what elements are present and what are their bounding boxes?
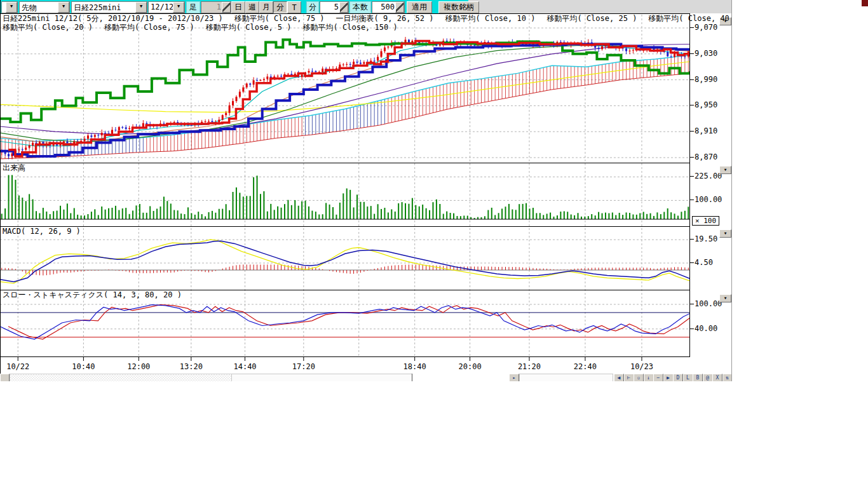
period-month-button[interactable]: 月: [259, 1, 273, 13]
bottom-tool-button-1[interactable]: ⊢: [624, 374, 634, 381]
price-axis-label: 8,950: [695, 101, 717, 109]
bottom-tool-button-2[interactable]: ▫: [634, 374, 644, 381]
legend-item: 移動平均( Close, 75 ): [104, 24, 194, 32]
chevron-down-icon[interactable]: ▼: [135, 2, 147, 13]
volume-axis-tick: [690, 200, 694, 200]
legend-item: 移動平均( Close, 150 ): [303, 24, 398, 32]
price-axis-tick: [690, 157, 694, 158]
chevron-down-icon[interactable]: ▼: [6, 2, 17, 13]
bottom-tool-button-8[interactable]: B: [693, 374, 703, 381]
spin-button-icon[interactable]: [395, 2, 404, 13]
price-axis-label: 8,910: [695, 127, 717, 135]
volume-panel-label: 出来高: [3, 164, 25, 172]
bottom-tool-button-7[interactable]: L: [683, 374, 693, 381]
period-tick-button[interactable]: T: [287, 1, 301, 13]
desktop: ▼ 先物 ▼ 日経225mini ▼ 12/12 ▼ 足 1 日 週 月 分 T…: [0, 0, 868, 488]
bar-interval-spinner[interactable]: 1: [201, 1, 231, 13]
legend-item: 移動平均( Close, 40 ): [648, 15, 733, 23]
bottom-tool-button-9[interactable]: @: [703, 374, 713, 381]
bottom-tool-button-10[interactable]: X: [712, 374, 722, 381]
spin-button-icon[interactable]: [339, 2, 348, 13]
legend-item: 移動平均( Close, 5 ): [206, 24, 292, 32]
time-axis-label: 17:20: [292, 362, 315, 371]
stoch-axis-label: 40.00: [695, 325, 717, 332]
price-axis-tick: [690, 27, 694, 28]
scroll-right-button[interactable]: ▸: [509, 374, 519, 381]
time-axis-label: 20:00: [459, 362, 482, 371]
price-axis-label: 8,990: [695, 76, 717, 83]
stoch-axis-menu-button[interactable]: ▼: [719, 294, 731, 302]
period-minute-button[interactable]: 分: [273, 1, 287, 13]
price-axis-label: 9,070: [695, 24, 717, 31]
macd-axis-menu-button[interactable]: ▼: [719, 229, 731, 238]
macd-axis-tick: [690, 262, 694, 263]
scrollbar-thumb[interactable]: [10, 374, 232, 381]
chevron-down-icon[interactable]: ▼: [173, 2, 184, 13]
chart-canvas[interactable]: 10/2210:4012:0013:2014:4017:2018:4020:00…: [0, 13, 690, 374]
bottom-tool-button-6[interactable]: D: [673, 374, 683, 381]
legend-item: 一目均衡表( 9, 26, 52 ): [336, 15, 434, 23]
time-axis-label: 22:40: [574, 362, 597, 371]
minute-label: 分: [306, 1, 319, 13]
volume-axis-menu-button[interactable]: ▼: [719, 166, 731, 174]
contract-value: 12/12: [151, 3, 173, 11]
scrollbar-track[interactable]: [231, 374, 412, 381]
bar-interval-value: 1: [217, 3, 221, 11]
bar-count-value: 500: [381, 3, 395, 11]
legend-item: 移動平均( Close, 10 ): [445, 15, 536, 23]
legend-item: 移動平均( Close, 25 ): [546, 15, 637, 23]
bottom-tool-button-4[interactable]: −: [653, 374, 663, 381]
apply-button[interactable]: 適用: [407, 1, 432, 13]
minute-spinner[interactable]: 5: [320, 1, 349, 13]
scroll-left-button[interactable]: [0, 374, 10, 381]
symbol-combobox[interactable]: 日経225mini ▼: [71, 1, 147, 13]
macd-axis-label: 4.50: [695, 259, 713, 266]
volume-axis-label: 100.00: [695, 196, 722, 203]
time-axis-label: 18:40: [403, 362, 426, 371]
stoch-axis-label: 100.00: [695, 300, 722, 308]
bottom-scrollbar-strip: ▸ ◀⊢▫↓−▶DLB@X⇅: [0, 374, 732, 381]
secondary-scrollbar-track[interactable]: [519, 374, 613, 381]
symbol-value: 日経225mini: [74, 3, 121, 13]
time-axis-label: 12:00: [127, 362, 150, 371]
price-axis-tick: [690, 131, 694, 132]
volume-multiplier-box: × 100: [692, 216, 719, 226]
period-week-button[interactable]: 週: [245, 1, 259, 13]
contract-month-combobox[interactable]: 12/12 ▼: [148, 1, 185, 13]
category-combobox[interactable]: 先物 ▼: [19, 1, 70, 13]
window-left-border: [0, 0, 1, 374]
volume-axis-label: 225.00: [695, 172, 722, 180]
bottom-tool-button-0[interactable]: ◀: [614, 374, 624, 381]
chart-application-window: ▼ 先物 ▼ 日経225mini ▼ 12/12 ▼ 足 1 日 週 月 分 T…: [0, 0, 733, 381]
price-axis-label: 8,870: [695, 153, 717, 161]
stoch-axis-tick: [690, 304, 694, 304]
time-axis-label: 10:40: [72, 362, 95, 371]
time-axis-label: 14:40: [233, 362, 256, 371]
bar-type-label: 足: [186, 1, 200, 13]
minute-value: 5: [334, 3, 339, 11]
legend-item: 移動平均( Close, 20 ): [3, 24, 93, 32]
legend-row-2: 移動平均( Close, 20 ) 移動平均( Close, 75 ) 移動平均…: [3, 24, 398, 32]
chevron-down-icon[interactable]: ▼: [58, 2, 69, 13]
time-axis-label: 21:20: [518, 362, 541, 371]
period-day-button[interactable]: 日: [231, 1, 245, 13]
bar-count-spinner[interactable]: 500: [372, 1, 405, 13]
main-toolbar-extension: [468, 0, 732, 13]
window-right-border: [731, 0, 732, 381]
bottom-tool-button-11[interactable]: ⇅: [722, 374, 733, 381]
price-axis-tick: [690, 53, 694, 54]
time-axis-label: 10/22: [6, 362, 29, 371]
price-axis-tick: [690, 105, 694, 105]
volume-axis-tick: [690, 176, 694, 177]
screen-corner-artifact: [862, 0, 868, 6]
macd-panel-label: MACD( 12, 26, 9 ): [3, 227, 81, 236]
time-axis-label: 13:20: [180, 362, 203, 371]
mini-combo[interactable]: ▼: [1, 1, 18, 13]
category-value: 先物: [22, 3, 37, 13]
bottom-tool-button-5[interactable]: ▶: [663, 374, 674, 381]
legend-row-1: 日経225mini 12/12( 5分, 2012/10/19 - 2012/1…: [3, 15, 733, 23]
spin-button-icon[interactable]: [222, 2, 231, 13]
multi-symbol-button[interactable]: 複数銘柄: [438, 1, 479, 13]
bottom-tool-button-3[interactable]: ↓: [644, 374, 654, 381]
legend-item: 日経225mini 12/12( 5分, 2012/10/19 - 2012/1…: [3, 15, 223, 23]
